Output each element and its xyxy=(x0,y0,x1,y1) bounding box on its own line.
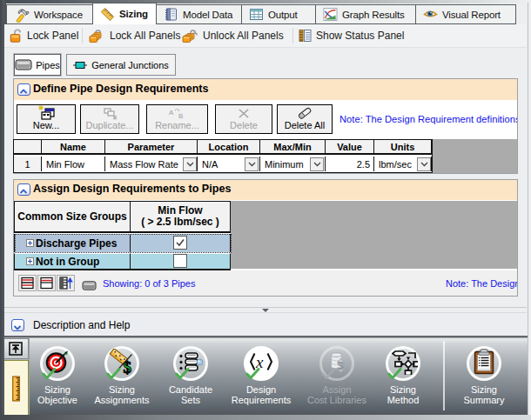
svg-text:B: B xyxy=(178,112,183,120)
svg-text:$: $ xyxy=(338,360,344,372)
svg-text:$: $ xyxy=(124,358,132,375)
svg-text:A: A xyxy=(169,109,174,117)
